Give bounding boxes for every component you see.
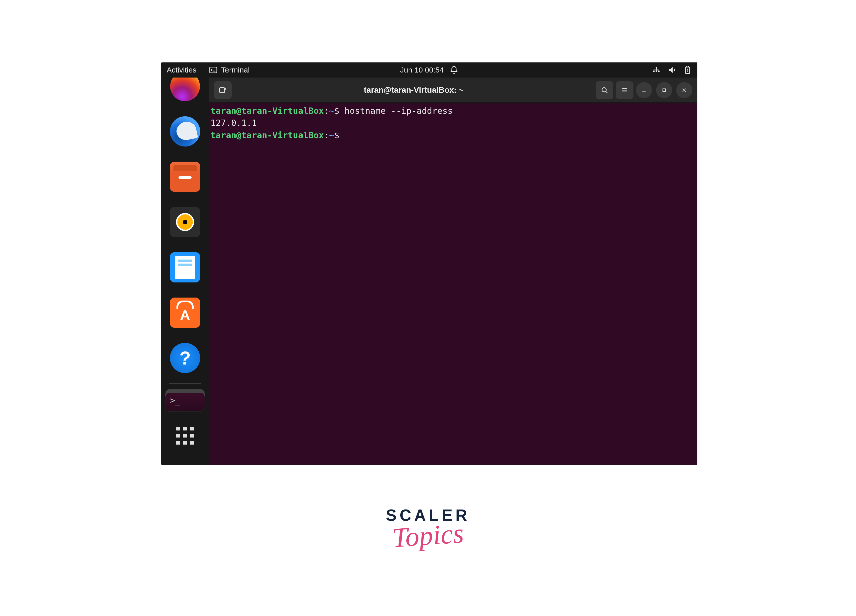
clock-text: Jun 10 00:54 bbox=[400, 66, 443, 74]
dock-thunderbird-icon[interactable] bbox=[170, 116, 200, 146]
desktop-body: ? >_ taran@taran-VirtualBox: ~ bbox=[161, 77, 697, 465]
prompt-cwd: ~ bbox=[329, 130, 334, 140]
terminal-body[interactable]: taran@taran-VirtualBox:~$ hostname --ip-… bbox=[209, 103, 697, 465]
minimize-button[interactable] bbox=[636, 82, 652, 98]
svg-point-8 bbox=[602, 88, 606, 92]
top-panel: Activities Terminal Jun 10 00:54 bbox=[161, 62, 697, 77]
app-indicator[interactable]: Terminal bbox=[209, 66, 249, 74]
svg-rect-0 bbox=[210, 67, 217, 73]
new-tab-icon bbox=[219, 86, 227, 94]
terminal-icon bbox=[209, 66, 217, 74]
svg-rect-1 bbox=[656, 67, 657, 68]
dock-terminal-running-icon[interactable]: >_ bbox=[165, 389, 205, 412]
new-tab-button[interactable] bbox=[214, 81, 232, 99]
app-indicator-label: Terminal bbox=[221, 66, 249, 74]
dock-files-icon[interactable] bbox=[170, 162, 200, 192]
terminal-line-1: taran@taran-VirtualBox:~$ hostname --ip-… bbox=[211, 105, 696, 117]
battery-charging-icon bbox=[683, 66, 692, 74]
svg-rect-2 bbox=[653, 71, 654, 72]
ubuntu-desktop: Activities Terminal Jun 10 00:54 bbox=[161, 62, 697, 465]
search-button[interactable] bbox=[596, 81, 613, 99]
dock-show-applications-icon[interactable] bbox=[176, 427, 194, 445]
terminal-titlebar: taran@taran-VirtualBox: ~ bbox=[209, 77, 697, 103]
maximize-icon bbox=[661, 87, 667, 93]
system-tray[interactable] bbox=[652, 66, 692, 74]
dock-ubuntu-software-icon[interactable] bbox=[170, 297, 200, 328]
dock-rhythmbox-icon[interactable] bbox=[170, 207, 200, 237]
terminal-line-2: taran@taran-VirtualBox:~$ bbox=[211, 129, 696, 141]
close-button[interactable] bbox=[676, 82, 692, 98]
prompt-user-host: taran@taran-VirtualBox bbox=[211, 106, 324, 116]
menu-button[interactable] bbox=[616, 81, 633, 99]
search-icon bbox=[600, 86, 609, 94]
command-text: hostname --ip-address bbox=[345, 106, 453, 116]
maximize-button[interactable] bbox=[656, 82, 672, 98]
terminal-output: 127.0.1.1 bbox=[211, 117, 696, 129]
scaler-topics-logo: SCALER Topics bbox=[386, 506, 470, 551]
dock-divider bbox=[169, 383, 202, 383]
svg-rect-7 bbox=[220, 88, 225, 92]
svg-rect-9 bbox=[663, 89, 666, 91]
top-panel-left: Activities Terminal bbox=[167, 66, 250, 74]
prompt-cwd: ~ bbox=[329, 106, 334, 116]
svg-rect-6 bbox=[687, 66, 689, 67]
activities-button[interactable]: Activities bbox=[167, 66, 196, 74]
clock-area[interactable]: Jun 10 00:54 bbox=[400, 66, 458, 74]
dock: ? >_ bbox=[161, 77, 209, 465]
dock-libreoffice-writer-icon[interactable] bbox=[170, 252, 200, 282]
prompt-user-host: taran@taran-VirtualBox bbox=[211, 130, 324, 140]
svg-rect-4 bbox=[658, 71, 660, 72]
volume-icon bbox=[668, 66, 676, 74]
network-icon bbox=[652, 66, 660, 74]
window-title: taran@taran-VirtualBox: ~ bbox=[234, 85, 593, 95]
notification-bell-icon bbox=[450, 66, 459, 74]
dock-terminal-prompt-glyph: >_ bbox=[170, 395, 180, 405]
close-icon bbox=[681, 87, 688, 93]
hamburger-icon bbox=[620, 86, 629, 94]
svg-rect-3 bbox=[656, 71, 657, 72]
minimize-icon bbox=[641, 87, 647, 93]
terminal-window: taran@taran-VirtualBox: ~ bbox=[209, 77, 697, 465]
window-controls bbox=[636, 82, 692, 98]
dock-help-icon[interactable]: ? bbox=[170, 343, 200, 373]
logo-line2: Topics bbox=[385, 517, 471, 554]
